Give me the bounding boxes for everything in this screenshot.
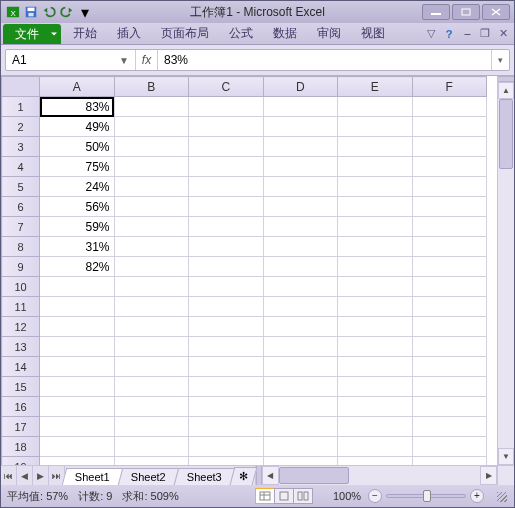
- col-header-B[interactable]: B: [114, 77, 189, 97]
- cell-C4[interactable]: [189, 157, 264, 177]
- view-normal-button[interactable]: [255, 488, 275, 504]
- row-header-13[interactable]: 13: [2, 337, 40, 357]
- scroll-up-icon[interactable]: ▲: [498, 82, 514, 99]
- ribbon-tab-5[interactable]: 审阅: [307, 23, 351, 44]
- formula-expand-icon[interactable]: ▾: [491, 50, 509, 70]
- cell-F13[interactable]: [412, 337, 487, 357]
- hscroll-thumb[interactable]: [279, 467, 349, 484]
- cell-E10[interactable]: [338, 277, 413, 297]
- cell-A10[interactable]: [40, 277, 115, 297]
- cell-A1[interactable]: 83%: [40, 97, 115, 117]
- save-icon[interactable]: [23, 4, 39, 20]
- sheet-tab-sheet2[interactable]: Sheet2: [118, 468, 179, 485]
- cell-F8[interactable]: [412, 237, 487, 257]
- cell-D15[interactable]: [263, 377, 338, 397]
- row-header-4[interactable]: 4: [2, 157, 40, 177]
- cell-A9[interactable]: 82%: [40, 257, 115, 277]
- row-header-8[interactable]: 8: [2, 237, 40, 257]
- cell-A14[interactable]: [40, 357, 115, 377]
- ribbon-minimize-icon[interactable]: ▽: [424, 27, 438, 41]
- cell-A4[interactable]: 75%: [40, 157, 115, 177]
- cell-F4[interactable]: [412, 157, 487, 177]
- cell-D6[interactable]: [263, 197, 338, 217]
- cell-A8[interactable]: 31%: [40, 237, 115, 257]
- scroll-left-icon[interactable]: ◀: [262, 466, 279, 485]
- cell-F1[interactable]: [412, 97, 487, 117]
- cell-B6[interactable]: [114, 197, 189, 217]
- horizontal-scrollbar[interactable]: ◀ ▶: [255, 466, 497, 485]
- help-icon[interactable]: ?: [442, 27, 456, 41]
- cell-D13[interactable]: [263, 337, 338, 357]
- cell-B7[interactable]: [114, 217, 189, 237]
- row-header-9[interactable]: 9: [2, 257, 40, 277]
- ribbon-tab-6[interactable]: 视图: [351, 23, 395, 44]
- cell-E8[interactable]: [338, 237, 413, 257]
- cell-D5[interactable]: [263, 177, 338, 197]
- cell-D7[interactable]: [263, 217, 338, 237]
- scroll-down-icon[interactable]: ▼: [498, 448, 514, 465]
- cell-E6[interactable]: [338, 197, 413, 217]
- cell-E7[interactable]: [338, 217, 413, 237]
- name-box[interactable]: ▼: [6, 50, 136, 70]
- cell-A7[interactable]: 59%: [40, 217, 115, 237]
- cell-D12[interactable]: [263, 317, 338, 337]
- ribbon-tab-3[interactable]: 公式: [219, 23, 263, 44]
- redo-icon[interactable]: [59, 4, 75, 20]
- cell-C16[interactable]: [189, 397, 264, 417]
- cell-A5[interactable]: 24%: [40, 177, 115, 197]
- cell-E3[interactable]: [338, 137, 413, 157]
- ribbon-tab-4[interactable]: 数据: [263, 23, 307, 44]
- cell-B8[interactable]: [114, 237, 189, 257]
- tab-nav-prev-icon[interactable]: ◀: [17, 466, 33, 485]
- cell-A11[interactable]: [40, 297, 115, 317]
- formula-input[interactable]: [158, 50, 491, 70]
- col-header-F[interactable]: F: [412, 77, 487, 97]
- cell-B9[interactable]: [114, 257, 189, 277]
- new-sheet-button[interactable]: ✻: [229, 467, 257, 485]
- cell-F3[interactable]: [412, 137, 487, 157]
- cell-B5[interactable]: [114, 177, 189, 197]
- cell-B17[interactable]: [114, 417, 189, 437]
- row-header-5[interactable]: 5: [2, 177, 40, 197]
- cell-E19[interactable]: [338, 457, 413, 466]
- cell-F2[interactable]: [412, 117, 487, 137]
- cell-B15[interactable]: [114, 377, 189, 397]
- zoom-in-button[interactable]: +: [470, 489, 484, 503]
- cell-F6[interactable]: [412, 197, 487, 217]
- cell-C13[interactable]: [189, 337, 264, 357]
- workbook-minimize-icon[interactable]: ‒: [460, 27, 474, 41]
- cell-E18[interactable]: [338, 437, 413, 457]
- cell-E14[interactable]: [338, 357, 413, 377]
- cell-C7[interactable]: [189, 217, 264, 237]
- cell-A19[interactable]: [40, 457, 115, 466]
- row-header-17[interactable]: 17: [2, 417, 40, 437]
- cell-D10[interactable]: [263, 277, 338, 297]
- cell-D9[interactable]: [263, 257, 338, 277]
- cell-A6[interactable]: 56%: [40, 197, 115, 217]
- cell-C3[interactable]: [189, 137, 264, 157]
- cell-A3[interactable]: 50%: [40, 137, 115, 157]
- close-button[interactable]: [482, 4, 510, 20]
- cell-B4[interactable]: [114, 157, 189, 177]
- fx-button[interactable]: fx: [136, 50, 158, 70]
- qat-dropdown-icon[interactable]: ▾: [77, 4, 93, 20]
- vscroll-track[interactable]: [498, 99, 514, 448]
- cell-F18[interactable]: [412, 437, 487, 457]
- cell-F15[interactable]: [412, 377, 487, 397]
- ribbon-tab-1[interactable]: 插入: [107, 23, 151, 44]
- zoom-level[interactable]: 100%: [330, 490, 364, 502]
- cell-D17[interactable]: [263, 417, 338, 437]
- cell-F16[interactable]: [412, 397, 487, 417]
- name-box-input[interactable]: [12, 53, 102, 67]
- cell-D11[interactable]: [263, 297, 338, 317]
- row-header-1[interactable]: 1: [2, 97, 40, 117]
- cell-C6[interactable]: [189, 197, 264, 217]
- cell-E2[interactable]: [338, 117, 413, 137]
- cell-F12[interactable]: [412, 317, 487, 337]
- cell-C19[interactable]: [189, 457, 264, 466]
- ribbon-tab-0[interactable]: 开始: [63, 23, 107, 44]
- file-tab[interactable]: 文件: [3, 24, 61, 44]
- vertical-scrollbar[interactable]: ▲ ▼: [497, 76, 514, 465]
- cell-B19[interactable]: [114, 457, 189, 466]
- cell-B10[interactable]: [114, 277, 189, 297]
